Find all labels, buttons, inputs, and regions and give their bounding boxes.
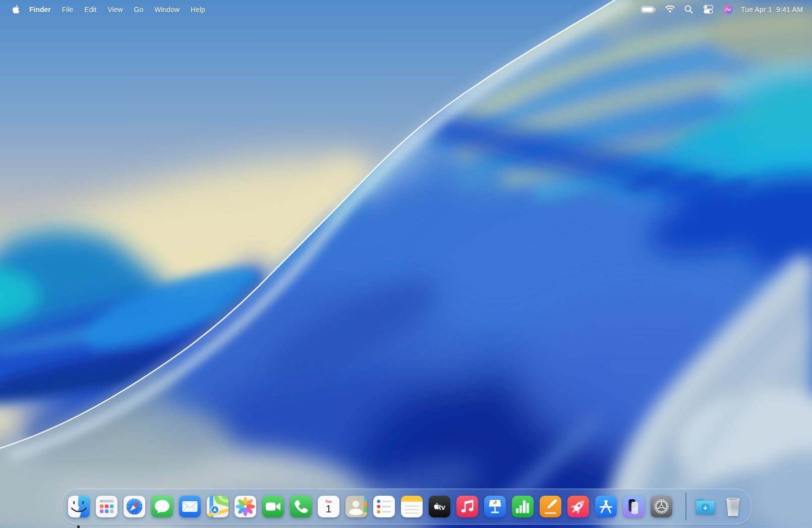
svg-text:1: 1 bbox=[325, 503, 331, 514]
svg-text:tv: tv bbox=[439, 503, 445, 511]
